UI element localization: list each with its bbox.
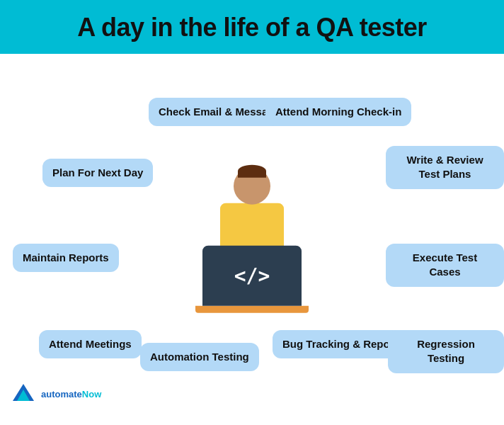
bubble-regression-testing: Regression Testing	[388, 330, 504, 373]
bubble-attend-morning: Attend Morning Check-in	[265, 98, 411, 126]
bubble-write-review: Write & Review Test Plans	[386, 146, 504, 189]
bubble-plan-next-day: Plan For Next Day	[42, 159, 153, 187]
code-symbol: </>	[234, 264, 270, 288]
logo-text: automateNow	[41, 389, 101, 400]
logo-icon	[10, 381, 37, 408]
bubble-execute-test: Execute Test Cases	[386, 244, 504, 287]
logo: automateNow	[10, 381, 101, 408]
header: A day in the life of a QA tester	[0, 0, 504, 54]
content-area: </> automateNow Check Email & MessagesAt…	[0, 54, 504, 415]
head	[234, 168, 270, 205]
logo-brand: automateNow	[41, 389, 101, 400]
bubble-maintain-reports: Maintain Reports	[13, 244, 119, 272]
person	[220, 168, 284, 253]
laptop: </>	[202, 246, 302, 306]
bubble-attend-meetings: Attend Meetings	[39, 330, 142, 358]
bubble-automation-testing: Automation Testing	[140, 343, 259, 371]
page-title: A day in the life of a QA tester	[14, 13, 490, 42]
laptop-base	[195, 306, 309, 313]
hair	[238, 165, 266, 178]
center-figure: </>	[195, 168, 309, 313]
